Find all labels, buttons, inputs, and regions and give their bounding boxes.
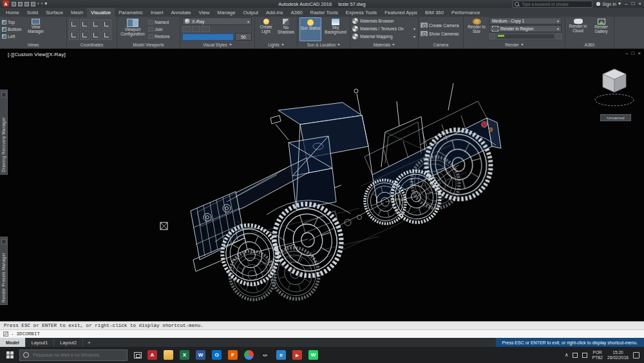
viewcube[interactable] — [592, 61, 636, 112]
tab-view[interactable]: View — [195, 8, 214, 17]
action-center-icon[interactable] — [633, 352, 639, 358]
tab-mesh[interactable]: Mesh — [67, 8, 87, 17]
panel-label-model-viewports[interactable]: Model Viewports — [119, 41, 178, 48]
view-manager-button[interactable]: View Manager — [24, 17, 48, 41]
render-in-cloud-button[interactable]: Render in Cloud — [567, 17, 589, 41]
network-icon[interactable] — [573, 353, 578, 358]
create-camera-button[interactable]: Create Camera — [421, 22, 459, 29]
model-tab[interactable]: Model — [0, 338, 26, 347]
panel-label-sun-location[interactable]: Sun & Location — [299, 41, 348, 48]
panel-label-a360[interactable]: A360 — [567, 41, 612, 48]
taskbar-app-file-explorer[interactable] — [162, 348, 175, 362]
taskbar-search-input[interactable] — [32, 352, 124, 358]
ucs-dropdown[interactable]: Unnamed — [600, 114, 631, 121]
render-save-icon[interactable] — [556, 34, 562, 39]
render-to-size-button[interactable]: Render to Size — [466, 17, 488, 41]
visual-style-dropdown[interactable]: X-Ray ▾ — [182, 17, 252, 25]
taskbar-app-media-player[interactable]: ▶ — [290, 348, 304, 362]
panel-label-lights[interactable]: Lights — [257, 41, 295, 48]
edge-effects-icon[interactable] — [192, 26, 200, 32]
volume-icon[interactable] — [582, 353, 587, 358]
taskbar-app-firefox[interactable]: F — [226, 348, 240, 362]
xray-opacity-slider[interactable] — [182, 34, 234, 41]
start-button[interactable] — [0, 347, 19, 363]
taskbar-app-internet-explorer[interactable]: e — [274, 348, 288, 362]
tab-visualize[interactable]: Visualize — [87, 8, 115, 17]
language-indicator[interactable]: POR PTB2 — [592, 350, 603, 360]
undo-icon[interactable]: ‹ — [37, 1, 39, 6]
drawing-recovery-manager-palette[interactable]: Drawing Recovery Manager — [0, 90, 8, 175]
panel-label-materials[interactable]: Materials — [352, 41, 416, 48]
render-output-icon[interactable] — [489, 34, 495, 39]
maximize-button[interactable]: □ — [631, 1, 634, 6]
taskbar-app-code[interactable]: <> — [258, 348, 272, 362]
new-file-icon[interactable] — [12, 2, 16, 6]
show-cameras-button[interactable]: Show Cameras — [421, 30, 459, 37]
ucs-world-button[interactable] — [80, 19, 90, 29]
ucs-3point-button[interactable] — [69, 30, 79, 40]
sign-in-button[interactable]: Sign In ▾ — [596, 1, 621, 6]
new-layout-button[interactable]: + — [83, 338, 95, 347]
tab-bim360[interactable]: BIM 360 — [421, 8, 448, 17]
visual-style-tool-icon[interactable] — [182, 26, 191, 32]
ucs-view-button[interactable] — [80, 30, 90, 40]
save-icon[interactable] — [24, 2, 29, 6]
materials-browser-button[interactable]: Materials Browser — [352, 17, 415, 25]
restore-viewports-button[interactable]: Restore — [148, 33, 170, 40]
taskbar-app-whatsapp[interactable]: W — [307, 348, 320, 362]
panel-label-coordinates[interactable]: Coordinates — [69, 41, 115, 48]
tab-a360[interactable]: A360 — [287, 8, 306, 17]
tab-output[interactable]: Output — [240, 8, 262, 17]
tab-annotate[interactable]: Annotate — [167, 8, 194, 17]
sun-status-toggle[interactable]: Sun Status — [299, 17, 321, 41]
command-customize-icon[interactable] — [3, 331, 8, 337]
tab-surface[interactable]: Surface — [42, 8, 67, 17]
ucs-icon-button[interactable] — [69, 19, 79, 29]
tab-express-tools[interactable]: Express Tools — [342, 8, 381, 17]
tab-home[interactable]: Home — [2, 8, 23, 17]
redo-icon[interactable]: › — [41, 1, 43, 6]
help-search-box[interactable] — [513, 1, 592, 8]
viewport-controls-label[interactable]: [-][Custom View][X-Ray] — [8, 52, 66, 57]
view-top-button[interactable]: Top — [2, 19, 22, 26]
create-light-button[interactable]: Create Light — [257, 17, 275, 41]
print-icon[interactable] — [31, 2, 35, 6]
close-button[interactable]: × — [638, 1, 641, 6]
drawing-minimize-button[interactable]: – — [625, 50, 628, 56]
sky-background-button[interactable]: Sky Background — [323, 17, 348, 41]
autocad-logo-icon[interactable]: A — [3, 1, 9, 7]
task-view-button[interactable] — [131, 348, 144, 362]
taskbar-app-word[interactable]: W — [194, 348, 207, 362]
tab-manage[interactable]: Manage — [213, 8, 239, 17]
tab-raster-tools[interactable]: Raster Tools — [307, 8, 342, 17]
render-size-slider[interactable] — [497, 34, 554, 39]
tray-expand-icon[interactable]: ∧ — [565, 352, 569, 358]
render-preset-dropdown[interactable]: Medium - Copy 1 ▾ — [489, 17, 562, 25]
viewport-configuration-button[interactable]: Viewport Configuration — [119, 17, 146, 41]
ucs-face-button[interactable] — [102, 30, 111, 40]
clock[interactable]: 15:20 26/02/2016 — [607, 350, 629, 360]
ucs-object-button[interactable] — [91, 30, 100, 40]
taskbar-app-autocad[interactable]: A — [146, 348, 159, 362]
taskbar-search-box[interactable] — [19, 349, 128, 361]
command-input-line[interactable]: - 3DCORBIT — [0, 329, 644, 338]
ucs-z-axis-button[interactable] — [102, 19, 111, 29]
tab-solid[interactable]: Solid — [23, 8, 42, 17]
tab-insert[interactable]: Insert — [147, 8, 167, 17]
tab-featured-apps[interactable]: Featured Apps — [381, 8, 421, 17]
tab-performance[interactable]: Performance — [448, 8, 484, 17]
layout1-tab[interactable]: Layout1 — [26, 338, 55, 347]
panel-label-visual-styles[interactable]: Visual Styles — [182, 41, 252, 48]
minimize-button[interactable]: – — [625, 1, 627, 6]
xray-opacity-value[interactable]: 50 — [235, 33, 252, 41]
render-in-region-dropdown[interactable]: Render in Region ▾ — [489, 25, 562, 32]
layout2-tab[interactable]: Layout2 — [54, 338, 83, 347]
tab-addins[interactable]: Add-ins — [262, 8, 287, 17]
panel-label-render[interactable]: Render — [466, 41, 563, 48]
materials-textures-dropdown[interactable]: Materials / Textures On ▾ — [352, 25, 415, 32]
shadow-effects-icon[interactable] — [202, 26, 210, 32]
panel-label-camera[interactable]: Camera — [421, 41, 461, 48]
taskbar-app-chrome[interactable] — [242, 348, 256, 362]
panel-label-views[interactable]: Views — [2, 41, 64, 48]
ucs-origin-button[interactable] — [91, 19, 100, 29]
